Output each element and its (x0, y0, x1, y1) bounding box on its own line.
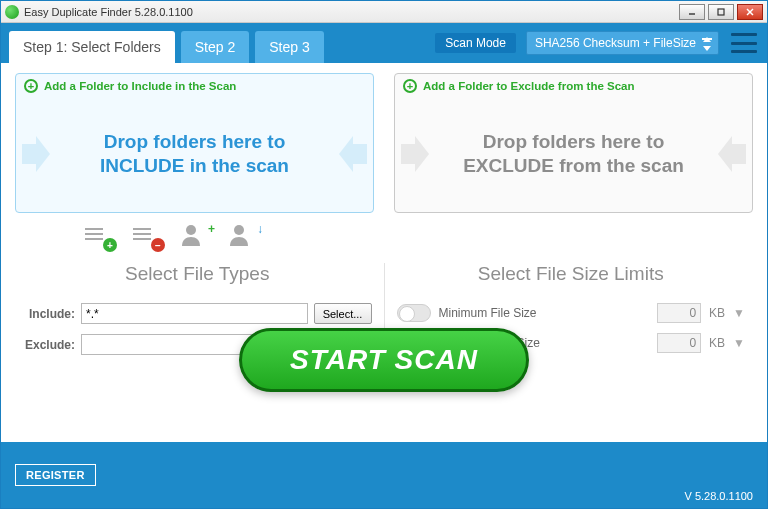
titlebar: Easy Duplicate Finder 5.28.0.1100 (1, 1, 767, 23)
scanmode-value: SHA256 Checksum + FileSize (535, 36, 696, 50)
include-drop-text: Drop folders here to INCLUDE in the scan (100, 130, 289, 178)
exclude-add-label: Add a Folder to Exclude from the Scan (423, 80, 635, 92)
remove-list-button[interactable]: − (133, 224, 163, 250)
content-area: + Add a Folder to Include in the Scan Dr… (1, 63, 767, 442)
tab-bar: Step 1: Select Folders Step 2 Step 3 Sca… (1, 23, 767, 63)
min-size-input[interactable] (657, 303, 701, 323)
minimize-button[interactable] (679, 4, 705, 20)
include-dropzone[interactable]: + Add a Folder to Include in the Scan Dr… (15, 73, 374, 213)
svg-marker-9 (718, 136, 746, 172)
include-types-select-button[interactable]: Select... (314, 303, 372, 324)
version-label: V 5.28.0.1100 (684, 490, 753, 502)
plus-icon: + (24, 79, 38, 93)
add-user-button[interactable]: + (181, 224, 211, 250)
svg-point-10 (186, 225, 196, 235)
arrow-left-icon (339, 136, 367, 172)
max-size-unit-dropdown[interactable]: ▼ (733, 336, 745, 350)
menu-icon[interactable] (731, 33, 757, 53)
scanmode-label: Scan Mode (435, 33, 516, 53)
svg-point-11 (234, 225, 244, 235)
max-size-input[interactable] (657, 333, 701, 353)
include-add-folder[interactable]: + Add a Folder to Include in the Scan (16, 74, 373, 98)
min-size-unit-dropdown[interactable]: ▼ (733, 306, 745, 320)
bottom-bar: REGISTER V 5.28.0.1100 (1, 442, 767, 508)
max-size-unit: KB (709, 336, 725, 350)
include-add-label: Add a Folder to Include in the Scan (44, 80, 236, 92)
arrow-right-icon (401, 136, 429, 172)
file-size-title: Select File Size Limits (397, 263, 746, 285)
exclude-drop-text: Drop folders here to EXCLUDE from the sc… (463, 130, 684, 178)
tab-step1[interactable]: Step 1: Select Folders (9, 31, 175, 63)
exclude-dropzone[interactable]: + Add a Folder to Exclude from the Scan … (394, 73, 753, 213)
import-user-button[interactable]: ↓ (229, 224, 259, 250)
start-scan-button[interactable]: START SCAN (239, 328, 529, 392)
app-icon (5, 5, 19, 19)
svg-marker-4 (703, 37, 711, 42)
exclude-add-folder[interactable]: + Add a Folder to Exclude from the Scan (395, 74, 752, 98)
maximize-button[interactable] (708, 4, 734, 20)
folder-toolbar: + − + ↓ (15, 217, 753, 257)
svg-rect-1 (718, 9, 724, 15)
scanmode-select[interactable]: SHA256 Checksum + FileSize (526, 31, 719, 55)
include-types-input[interactable] (81, 303, 308, 324)
svg-marker-8 (401, 136, 429, 172)
svg-marker-5 (703, 46, 711, 51)
close-button[interactable] (737, 4, 763, 20)
svg-marker-7 (339, 136, 367, 172)
tab-step3[interactable]: Step 3 (255, 31, 323, 63)
min-size-toggle[interactable] (397, 304, 431, 322)
exclude-types-label: Exclude: (23, 338, 75, 352)
include-types-label: Include: (23, 307, 75, 321)
file-types-title: Select File Types (23, 263, 372, 285)
arrow-right-icon (22, 136, 50, 172)
add-list-button[interactable]: + (85, 224, 115, 250)
plus-icon: + (403, 79, 417, 93)
min-size-unit: KB (709, 306, 725, 320)
window-title: Easy Duplicate Finder 5.28.0.1100 (24, 6, 679, 18)
app-window: Easy Duplicate Finder 5.28.0.1100 Step 1… (0, 0, 768, 509)
updown-icon (700, 34, 714, 54)
register-button[interactable]: REGISTER (15, 464, 96, 486)
tab-step2[interactable]: Step 2 (181, 31, 249, 63)
svg-marker-6 (22, 136, 50, 172)
min-size-label: Minimum File Size (439, 306, 650, 320)
arrow-left-icon (718, 136, 746, 172)
